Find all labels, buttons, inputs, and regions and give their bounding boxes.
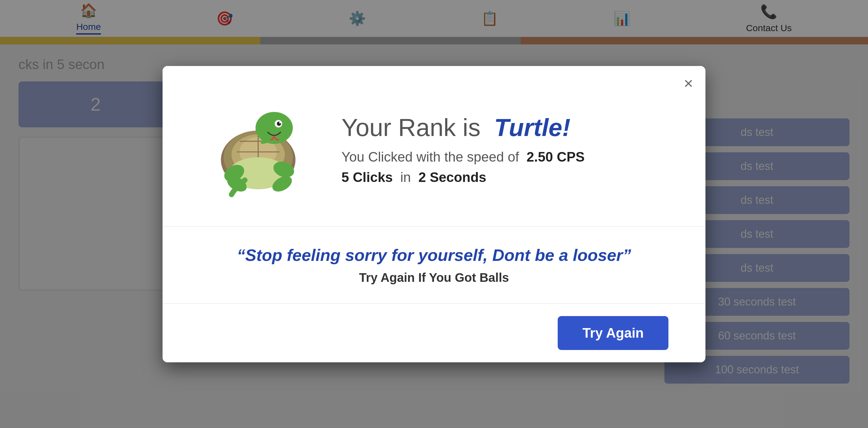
clicks-text: 5 Clicks in 2 Seconds (341, 170, 669, 185)
svg-point-9 (255, 112, 293, 144)
motivational-quote: “Stop feeling sorry for yourself, Dont b… (199, 245, 669, 265)
turtle-image (199, 91, 317, 208)
cps-prefix: You Clicked with the speed of (341, 149, 519, 164)
rank-name: Turtle! (494, 114, 570, 141)
modal-overlay: × (0, 0, 868, 428)
clicks-suffix: in (400, 170, 411, 185)
modal-top-section: Your Rank is Turtle! You Clicked with th… (162, 66, 706, 227)
modal-middle-section: “Stop feeling sorry for yourself, Dont b… (162, 227, 706, 304)
background-page: 🏠 Home 🎯 ⚙️ 📋 📊 📞 Contact Us cks in 5 se… (0, 0, 868, 428)
result-modal: × (162, 66, 706, 362)
clicks-count: 5 Clicks (341, 170, 393, 185)
svg-point-12 (279, 122, 281, 123)
try-again-sub-text: Try Again If You Got Balls (199, 271, 669, 285)
try-again-button[interactable]: Try Again (558, 316, 669, 350)
modal-bottom-section: Try Again (162, 304, 706, 362)
rank-prefix: Your Rank is (341, 114, 480, 141)
rank-info: Your Rank is Turtle! You Clicked with th… (341, 113, 669, 185)
modal-close-button[interactable]: × (684, 75, 693, 91)
rank-title: Your Rank is Turtle! (341, 113, 669, 142)
seconds-value: 2 Seconds (418, 170, 487, 185)
cps-value: 2.50 CPS (527, 149, 585, 164)
cps-text: You Clicked with the speed of 2.50 CPS (341, 149, 669, 165)
